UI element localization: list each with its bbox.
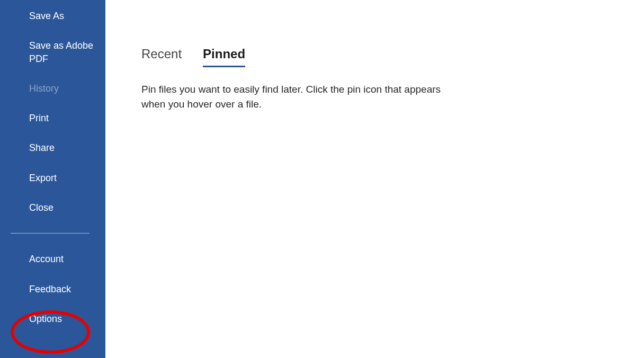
sidebar-item-share[interactable]: Share <box>0 133 105 163</box>
sidebar-item-options[interactable]: Options <box>0 304 105 334</box>
sidebar-item-account[interactable]: Account <box>0 244 105 274</box>
sidebar-item-feedback[interactable]: Feedback <box>0 274 105 304</box>
tab-pinned[interactable]: Pinned <box>203 47 245 67</box>
tab-recent[interactable]: Recent <box>141 47 182 67</box>
backstage-sidebar: Save As Save as Adobe PDF History Print … <box>0 0 105 358</box>
sidebar-divider <box>11 233 90 234</box>
tabs-bar: Recent Pinned <box>141 47 612 67</box>
sidebar-item-history: History <box>0 74 105 103</box>
sidebar-item-close[interactable]: Close <box>0 193 105 222</box>
main-content: Recent Pinned Pin files you want to easi… <box>105 0 644 358</box>
sidebar-item-save-as[interactable]: Save As <box>0 1 105 31</box>
sidebar-item-export[interactable]: Export <box>0 163 105 193</box>
sidebar-item-print[interactable]: Print <box>0 103 105 133</box>
sidebar-item-save-as-adobe-pdf[interactable]: Save as Adobe PDF <box>0 31 105 74</box>
pinned-empty-text: Pin files you want to easily find later.… <box>141 82 459 111</box>
